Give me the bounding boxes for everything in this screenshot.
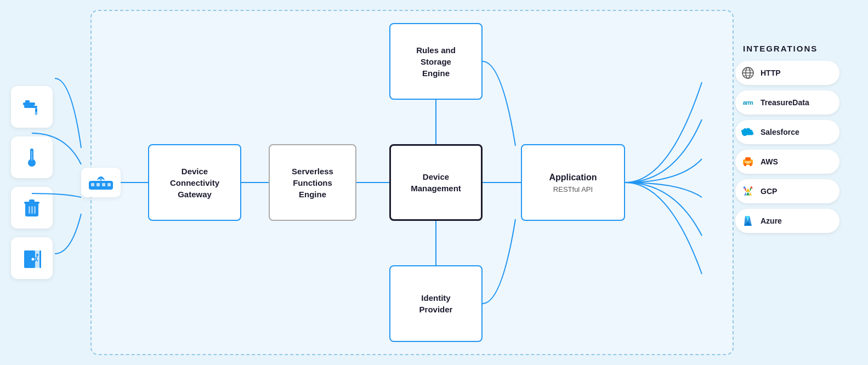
exit-door-icon [20,246,44,270]
device-icons-group [11,86,53,279]
svg-rect-3 [35,108,37,112]
arm-icon: arm [741,95,755,110]
gcp-icon [741,184,755,198]
thermometer-icon [20,145,44,169]
salesforce-label: Salesforce [761,128,799,136]
integrations-panel: INTEGRATIONS HTTP arm TreasureData Sales… [735,44,856,233]
svg-rect-29 [107,183,111,186]
router-hub-icon [81,168,121,197]
svg-point-20 [36,254,38,256]
svg-rect-18 [39,250,41,268]
application-api-sublabel: RESTful API [549,185,597,193]
thermometer-device [11,136,53,178]
serverless-label: ServerlessFunctionsEngine [292,166,333,200]
integration-azure[interactable]: Azure [735,209,839,233]
device-connectivity-box: DeviceConnectivityGateway [148,144,241,221]
integrations-title: INTEGRATIONS [735,44,818,53]
svg-rect-27 [97,183,100,186]
svg-rect-2 [32,106,37,108]
svg-rect-15 [34,206,36,214]
identity-provider-box: IdentityProvider [389,265,483,342]
svg-rect-28 [102,183,105,186]
aws-icon: AWS [741,155,755,169]
globe-icon [741,66,755,80]
integration-aws[interactable]: AWS AWS [735,150,839,174]
application-api-box: Application RESTful API [521,144,625,221]
svg-text:AWS: AWS [745,161,751,164]
trash-device [11,187,53,229]
device-management-label: DeviceManagement [411,171,461,194]
azure-icon [741,214,755,228]
rules-storage-box: Rules andStorageEngine [389,23,483,100]
integration-salesforce[interactable]: Salesforce [735,120,839,144]
azure-label: Azure [761,216,782,225]
svg-rect-12 [29,199,35,202]
trash-icon [20,196,44,220]
identity-provider-label: IdentityProvider [419,292,453,315]
http-label: HTTP [761,69,781,77]
svg-rect-13 [29,206,30,214]
rules-storage-label: Rules andStorageEngine [416,44,456,79]
device-connectivity-label: DeviceConnectivityGateway [170,166,219,200]
integration-gcp[interactable]: GCP [735,179,839,203]
salesforce-icon [741,125,755,139]
integration-treasuredata[interactable]: arm TreasureData [735,90,839,115]
svg-rect-14 [31,206,33,214]
water-tap-device [11,86,53,128]
device-management-box: DeviceManagement [389,144,483,221]
svg-point-5 [35,112,38,115]
router-icon [87,172,115,193]
svg-point-19 [32,258,35,261]
door-device [11,237,53,279]
svg-rect-26 [91,183,94,186]
application-api-label: Application [549,172,597,184]
svg-point-30 [100,179,102,181]
serverless-functions-box: ServerlessFunctionsEngine [269,144,356,221]
treasuredata-label: TreasureData [761,98,809,107]
svg-rect-9 [31,151,32,161]
integration-http[interactable]: HTTP [735,61,839,85]
gcp-label: GCP [761,187,777,196]
faucet-icon [20,95,44,119]
aws-label: AWS [761,157,778,166]
svg-rect-4 [25,100,30,103]
